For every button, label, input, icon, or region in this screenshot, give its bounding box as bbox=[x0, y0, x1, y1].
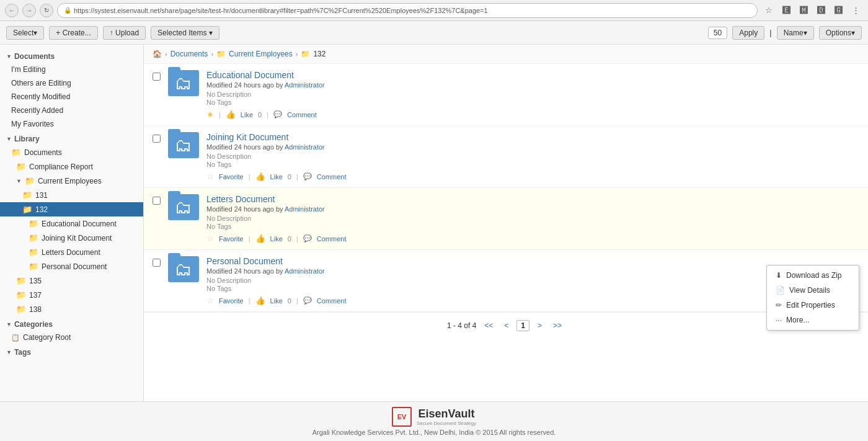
doc-title[interactable]: Letters Document bbox=[206, 194, 275, 204]
like-icon[interactable]: 👍 bbox=[255, 172, 265, 181]
sidebar-item-132[interactable]: 📁 132 bbox=[0, 202, 143, 216]
refresh-button[interactable]: ↻ bbox=[40, 4, 53, 17]
browser-icons: ☆ 🅴 🅼 🅳 🅶 ⋮ bbox=[761, 3, 863, 18]
extension3-button[interactable]: 🅳 bbox=[813, 3, 828, 18]
comment-link[interactable]: Comment bbox=[317, 297, 347, 305]
breadcrumb-documents[interactable]: Documents bbox=[170, 50, 208, 58]
back-button[interactable]: ← bbox=[5, 4, 19, 17]
sidebar-item-138[interactable]: 📁 138 bbox=[0, 302, 143, 316]
select-button[interactable]: Select▾ bbox=[6, 26, 44, 40]
sidebar-item-im-editing[interactable]: I'm Editing bbox=[0, 63, 143, 76]
favorite-star[interactable]: ★ bbox=[206, 110, 214, 119]
educational-document-label: Educational Document bbox=[42, 220, 117, 228]
like-link[interactable]: Like bbox=[270, 235, 283, 243]
sidebar-item-current-employees[interactable]: ▼ 📁 Current Employees bbox=[0, 174, 143, 188]
doc-title[interactable]: Personal Document bbox=[206, 256, 283, 266]
sidebar-section-library[interactable]: ▼ Library bbox=[0, 131, 143, 145]
modifier-link[interactable]: Administrator bbox=[285, 143, 325, 151]
comment-link[interactable]: Comment bbox=[317, 173, 347, 180]
favorite-link[interactable]: Favorite bbox=[219, 173, 244, 180]
comment-link[interactable]: Comment bbox=[317, 235, 347, 243]
options-button[interactable]: Options▾ bbox=[819, 26, 862, 40]
forward-button[interactable]: → bbox=[22, 4, 36, 17]
sidebar-item-recently-added[interactable]: Recently Added bbox=[0, 104, 143, 117]
doc-checkbox[interactable] bbox=[153, 197, 161, 205]
selected-items-button[interactable]: Selected Items ▾ bbox=[151, 26, 219, 40]
pagination-next[interactable]: > bbox=[534, 320, 545, 331]
action-sep1: | bbox=[249, 235, 250, 243]
create-button[interactable]: + Create... bbox=[49, 26, 97, 40]
pagination-first[interactable]: << bbox=[481, 320, 496, 331]
modifier-link[interactable]: Administrator bbox=[285, 267, 325, 275]
like-link[interactable]: Like bbox=[270, 173, 283, 180]
sidebar-section-categories[interactable]: ▼ Categories bbox=[0, 316, 143, 331]
breadcrumb-sep1: › bbox=[165, 50, 167, 58]
breadcrumb: 🏠 › Documents › 📁 Current Employees › 📁 … bbox=[144, 45, 868, 64]
sidebar-item-131[interactable]: 📁 131 bbox=[0, 188, 143, 202]
favorite-star[interactable]: ☆ bbox=[206, 234, 214, 243]
doc-checkbox[interactable] bbox=[153, 135, 161, 143]
like-link[interactable]: Like bbox=[270, 297, 283, 305]
sidebar-item-recently-modified[interactable]: Recently Modified bbox=[0, 90, 143, 104]
sidebar-item-category-root[interactable]: 📋 Category Root bbox=[0, 331, 143, 344]
modifier-link[interactable]: Administrator bbox=[285, 205, 325, 213]
sidebar-item-137[interactable]: 📁 137 bbox=[0, 288, 143, 302]
tags-section-label: Tags bbox=[14, 348, 31, 357]
doc-tags: No Tags bbox=[206, 99, 859, 106]
folder-137-icon: 📁 bbox=[16, 290, 26, 300]
personal-folder-icon: 📁 bbox=[29, 262, 38, 271]
extension2-button[interactable]: 🅼 bbox=[796, 3, 811, 18]
action-sep1: | bbox=[249, 297, 250, 305]
favorite-star[interactable]: ☆ bbox=[206, 172, 214, 181]
compliance-folder-icon: 📁 bbox=[16, 162, 26, 171]
sidebar-item-personal-document[interactable]: 📁 Personal Document bbox=[0, 259, 143, 274]
doc-checkbox[interactable] bbox=[153, 259, 161, 267]
like-count: 0 bbox=[288, 297, 291, 305]
sidebar-item-documents[interactable]: 📁 Documents bbox=[0, 145, 143, 159]
doc-title[interactable]: Joining Kit Document bbox=[206, 132, 288, 142]
like-icon[interactable]: 👍 bbox=[255, 296, 265, 305]
doc-info: Joining Kit Document Modified 24 hours a… bbox=[206, 132, 859, 181]
doc-title[interactable]: Educational Document bbox=[206, 70, 294, 80]
folder-138-label: 138 bbox=[29, 305, 42, 314]
pagination-prev[interactable]: < bbox=[501, 320, 512, 331]
modifier-link[interactable]: Administrator bbox=[285, 81, 325, 89]
sidebar-item-my-favorites[interactable]: My Favorites bbox=[0, 117, 143, 131]
comment-link[interactable]: Comment bbox=[287, 111, 317, 118]
star-browser-button[interactable]: ☆ bbox=[761, 3, 776, 18]
context-menu-edit-properties[interactable]: ✏ Edit Properties bbox=[767, 298, 859, 313]
breadcrumb-current-employees[interactable]: Current Employees bbox=[229, 50, 293, 58]
letters-document-label: Letters Document bbox=[42, 248, 100, 257]
extension-button[interactable]: 🅴 bbox=[779, 3, 794, 18]
doc-checkbox[interactable] bbox=[153, 73, 161, 81]
favorite-link[interactable]: Favorite bbox=[219, 297, 244, 305]
action-sep1: | bbox=[219, 111, 221, 118]
apply-button[interactable]: Apply bbox=[732, 26, 764, 40]
like-icon[interactable]: 👍 bbox=[255, 234, 265, 243]
sidebar-item-joining-kit-document[interactable]: 📁 Joining Kit Document bbox=[0, 231, 143, 245]
context-menu-more[interactable]: ··· More... bbox=[767, 313, 859, 327]
like-link[interactable]: Like bbox=[241, 111, 253, 118]
pagination-last[interactable]: >> bbox=[550, 320, 565, 331]
breadcrumb-folder: 132 bbox=[313, 50, 326, 58]
sidebar-item-letters-document[interactable]: 📁 Letters Document bbox=[0, 245, 143, 259]
address-bar[interactable]: 🔒 https://systest.eisenvault.net/share/p… bbox=[57, 3, 758, 18]
sidebar-section-documents[interactable]: ▼ Documents bbox=[0, 48, 143, 63]
context-menu-view-details[interactable]: 📄 View Details bbox=[767, 283, 859, 298]
documents-folder-icon: 📁 bbox=[11, 148, 21, 157]
favorite-link[interactable]: Favorite bbox=[219, 235, 244, 243]
sidebar-item-others-editing[interactable]: Others are Editing bbox=[0, 76, 143, 90]
document-list: 🗂 Educational Document Modified 24 hours… bbox=[144, 64, 868, 312]
doc-description: No Description bbox=[206, 215, 859, 222]
sidebar-section-tags[interactable]: ▼ Tags bbox=[0, 344, 143, 359]
sidebar-item-compliance-report[interactable]: 📁 Compliance Report bbox=[0, 159, 143, 174]
menu-button[interactable]: ⋮ bbox=[848, 3, 863, 18]
like-icon[interactable]: 👍 bbox=[226, 110, 236, 119]
context-menu-download[interactable]: ⬇ Download as Zip bbox=[767, 268, 859, 283]
upload-button[interactable]: ↑ Upload bbox=[103, 26, 146, 40]
favorite-star[interactable]: ☆ bbox=[206, 296, 214, 305]
sidebar-item-educational-document[interactable]: 📁 Educational Document bbox=[0, 216, 143, 231]
sidebar-item-135[interactable]: 📁 135 bbox=[0, 274, 143, 288]
name-sort-button[interactable]: Name▾ bbox=[777, 26, 814, 40]
extension4-button[interactable]: 🅶 bbox=[831, 3, 846, 18]
